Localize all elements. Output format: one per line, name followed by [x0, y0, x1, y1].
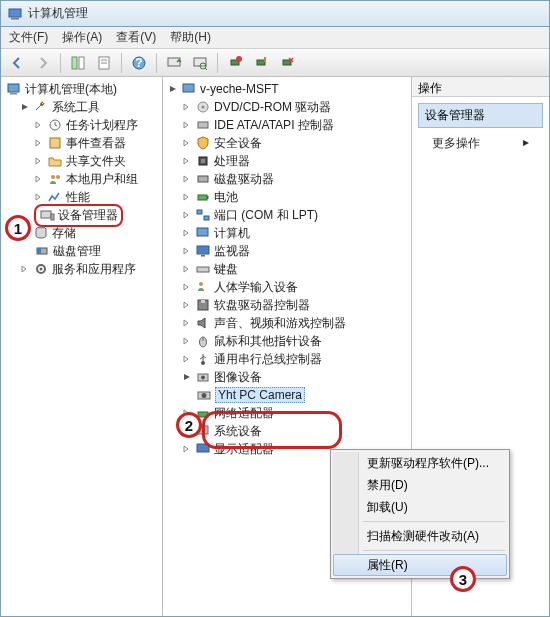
menu-action[interactable]: 操作(A): [62, 29, 102, 46]
app-icon: [7, 6, 23, 22]
disk-icon: [195, 171, 211, 187]
expand-icon[interactable]: [20, 102, 30, 112]
menu-view[interactable]: 查看(V): [116, 29, 156, 46]
storage-icon: [33, 225, 49, 241]
node-dev-sysdev[interactable]: 系统设备: [182, 422, 411, 440]
expand-icon[interactable]: [182, 138, 192, 148]
node-dev-ide[interactable]: IDE ATA/ATAPI 控制器: [182, 116, 411, 134]
menubar: 文件(F) 操作(A) 查看(V) 帮助(H): [1, 27, 549, 49]
more-actions-link[interactable]: 更多操作 ▸: [418, 132, 543, 155]
expand-icon[interactable]: [182, 444, 192, 454]
forward-button[interactable]: [31, 51, 55, 75]
node-dev-monitor[interactable]: 监视器: [182, 242, 411, 260]
keyboard-icon: [195, 261, 211, 277]
expand-icon[interactable]: [182, 228, 192, 238]
expand-icon[interactable]: [34, 138, 44, 148]
battery-icon: [195, 189, 211, 205]
expand-icon[interactable]: [182, 192, 192, 202]
svg-rect-17: [8, 84, 19, 92]
expand-icon[interactable]: [34, 156, 44, 166]
node-services-apps[interactable]: 服务和应用程序: [20, 260, 162, 278]
expand-icon[interactable]: [182, 372, 192, 382]
node-dev-usb[interactable]: 通用串行总线控制器: [182, 350, 411, 368]
node-shared-folders[interactable]: 共享文件夹: [34, 152, 162, 170]
node-computer-root[interactable]: v-yeche-MSFT: [168, 80, 411, 98]
show-hide-button[interactable]: [66, 51, 90, 75]
expand-icon[interactable]: [182, 174, 192, 184]
svg-point-52: [201, 376, 205, 380]
ctx-disable[interactable]: 禁用(D): [333, 474, 507, 496]
services-icon: [33, 261, 49, 277]
back-button[interactable]: [5, 51, 29, 75]
node-dev-floppyctl[interactable]: 软盘驱动器控制器: [182, 296, 411, 314]
node-system-tools[interactable]: 系统工具: [20, 98, 162, 116]
node-local-users[interactable]: 本地用户和组: [34, 170, 162, 188]
expand-icon[interactable]: [20, 264, 30, 274]
ctx-uninstall[interactable]: 卸载(U): [333, 496, 507, 518]
node-storage[interactable]: 存储: [20, 224, 162, 242]
node-camera[interactable]: Yht PC Camera: [196, 386, 411, 404]
node-device-manager[interactable]: 设备管理器: [34, 206, 162, 224]
svg-point-29: [40, 268, 43, 271]
titlebar[interactable]: 计算机管理: [1, 1, 549, 27]
cpu-icon: [195, 153, 211, 169]
disable-button[interactable]: [275, 51, 299, 75]
node-dev-mouse[interactable]: 鼠标和其他指针设备: [182, 332, 411, 350]
dvd-icon: [195, 99, 211, 115]
svg-rect-44: [197, 267, 209, 272]
computer-icon: [181, 81, 197, 97]
expand-icon[interactable]: [182, 318, 192, 328]
ctx-properties[interactable]: 属性(R): [333, 554, 507, 576]
node-root[interactable]: 计算机管理(本地): [6, 80, 162, 98]
scan-button[interactable]: [188, 51, 212, 75]
node-dev-battery[interactable]: 电池: [182, 188, 411, 206]
expand-icon[interactable]: [182, 336, 192, 346]
node-dev-hid[interactable]: 人体学输入设备: [182, 278, 411, 296]
ctx-scan-hardware[interactable]: 扫描检测硬件改动(A): [333, 525, 507, 547]
expand-icon[interactable]: [182, 354, 192, 364]
help-button[interactable]: ?: [127, 51, 151, 75]
node-dev-computer[interactable]: 计算机: [182, 224, 411, 242]
update-driver-button[interactable]: [249, 51, 273, 75]
callout-1: 1: [5, 215, 31, 241]
node-dev-network[interactable]: 网络适配器: [182, 404, 411, 422]
expand-icon[interactable]: [182, 282, 192, 292]
svg-rect-24: [51, 214, 54, 220]
expand-icon[interactable]: [182, 264, 192, 274]
node-task-scheduler[interactable]: 任务计划程序: [34, 116, 162, 134]
svg-point-14: [236, 56, 242, 62]
expand-icon[interactable]: [182, 210, 192, 220]
node-dev-ports[interactable]: 端口 (COM 和 LPT): [182, 206, 411, 224]
expand-icon[interactable]: [182, 300, 192, 310]
node-dev-sound[interactable]: 声音、视频和游戏控制器: [182, 314, 411, 332]
node-dev-disk[interactable]: 磁盘驱动器: [182, 170, 411, 188]
expand-icon[interactable]: [182, 120, 192, 130]
expand-icon[interactable]: [182, 156, 192, 166]
expand-icon[interactable]: [34, 174, 44, 184]
ctx-update-driver[interactable]: 更新驱动程序软件(P)...: [333, 452, 507, 474]
folder-share-icon: [47, 153, 63, 169]
imaging-icon: [195, 369, 211, 385]
node-dev-imaging[interactable]: 图像设备: [182, 368, 411, 386]
menu-help[interactable]: 帮助(H): [170, 29, 211, 46]
computer-icon: [195, 225, 211, 241]
expand-icon[interactable]: [182, 102, 192, 112]
node-dev-cpu[interactable]: 处理器: [182, 152, 411, 170]
expand-icon[interactable]: [34, 192, 44, 202]
svg-text:?: ?: [135, 56, 142, 70]
properties-button[interactable]: [92, 51, 116, 75]
uninstall-button[interactable]: [223, 51, 247, 75]
svg-rect-9: [168, 58, 180, 66]
expand-icon[interactable]: [182, 246, 192, 256]
node-dev-dvd[interactable]: DVD/CD-ROM 驱动器: [182, 98, 411, 116]
node-event-viewer[interactable]: 事件查看器: [34, 134, 162, 152]
menu-file[interactable]: 文件(F): [9, 29, 48, 46]
expand-icon[interactable]: [168, 84, 178, 94]
refresh-button[interactable]: [162, 51, 186, 75]
node-disk-management[interactable]: 磁盘管理: [34, 242, 162, 260]
svg-point-32: [202, 106, 205, 109]
node-dev-security[interactable]: 安全设备: [182, 134, 411, 152]
svg-point-22: [56, 175, 60, 179]
expand-icon[interactable]: [34, 120, 44, 130]
node-dev-keyboard[interactable]: 键盘: [182, 260, 411, 278]
